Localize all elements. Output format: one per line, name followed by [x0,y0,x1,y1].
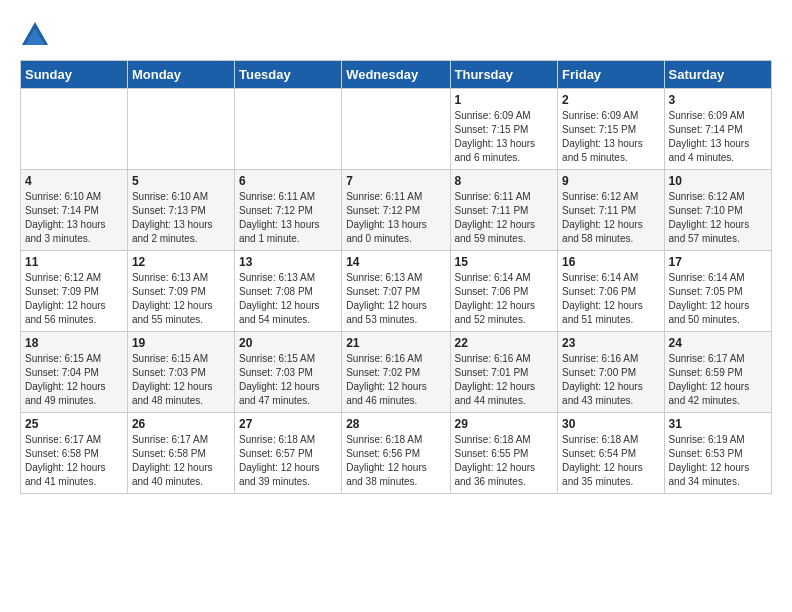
day-number: 31 [669,417,767,431]
day-number: 2 [562,93,659,107]
day-info: Sunrise: 6:16 AM Sunset: 7:02 PM Dayligh… [346,352,445,408]
day-info: Sunrise: 6:16 AM Sunset: 7:00 PM Dayligh… [562,352,659,408]
day-info: Sunrise: 6:18 AM Sunset: 6:56 PM Dayligh… [346,433,445,489]
day-number: 4 [25,174,123,188]
calendar-cell: 15Sunrise: 6:14 AM Sunset: 7:06 PM Dayli… [450,251,558,332]
day-number: 14 [346,255,445,269]
calendar-cell [21,89,128,170]
day-info: Sunrise: 6:11 AM Sunset: 7:12 PM Dayligh… [346,190,445,246]
calendar-cell: 13Sunrise: 6:13 AM Sunset: 7:08 PM Dayli… [234,251,341,332]
day-number: 10 [669,174,767,188]
day-info: Sunrise: 6:12 AM Sunset: 7:09 PM Dayligh… [25,271,123,327]
day-number: 9 [562,174,659,188]
day-number: 30 [562,417,659,431]
day-info: Sunrise: 6:17 AM Sunset: 6:58 PM Dayligh… [25,433,123,489]
day-number: 19 [132,336,230,350]
calendar-cell: 5Sunrise: 6:10 AM Sunset: 7:13 PM Daylig… [127,170,234,251]
day-of-week-header: Thursday [450,61,558,89]
day-info: Sunrise: 6:11 AM Sunset: 7:12 PM Dayligh… [239,190,337,246]
day-info: Sunrise: 6:10 AM Sunset: 7:14 PM Dayligh… [25,190,123,246]
calendar-cell [127,89,234,170]
day-info: Sunrise: 6:09 AM Sunset: 7:15 PM Dayligh… [455,109,554,165]
calendar-week-row: 25Sunrise: 6:17 AM Sunset: 6:58 PM Dayli… [21,413,772,494]
calendar-cell: 12Sunrise: 6:13 AM Sunset: 7:09 PM Dayli… [127,251,234,332]
day-number: 25 [25,417,123,431]
day-number: 12 [132,255,230,269]
day-number: 22 [455,336,554,350]
day-info: Sunrise: 6:18 AM Sunset: 6:54 PM Dayligh… [562,433,659,489]
day-info: Sunrise: 6:14 AM Sunset: 7:06 PM Dayligh… [455,271,554,327]
calendar-cell: 20Sunrise: 6:15 AM Sunset: 7:03 PM Dayli… [234,332,341,413]
calendar-header-row: SundayMondayTuesdayWednesdayThursdayFrid… [21,61,772,89]
day-of-week-header: Friday [558,61,664,89]
calendar-cell: 2Sunrise: 6:09 AM Sunset: 7:15 PM Daylig… [558,89,664,170]
day-number: 18 [25,336,123,350]
calendar-cell: 23Sunrise: 6:16 AM Sunset: 7:00 PM Dayli… [558,332,664,413]
day-info: Sunrise: 6:14 AM Sunset: 7:06 PM Dayligh… [562,271,659,327]
calendar-cell: 27Sunrise: 6:18 AM Sunset: 6:57 PM Dayli… [234,413,341,494]
day-number: 21 [346,336,445,350]
day-number: 7 [346,174,445,188]
calendar-cell: 6Sunrise: 6:11 AM Sunset: 7:12 PM Daylig… [234,170,341,251]
calendar-table: SundayMondayTuesdayWednesdayThursdayFrid… [20,60,772,494]
calendar-cell: 7Sunrise: 6:11 AM Sunset: 7:12 PM Daylig… [342,170,450,251]
day-number: 15 [455,255,554,269]
day-info: Sunrise: 6:16 AM Sunset: 7:01 PM Dayligh… [455,352,554,408]
day-info: Sunrise: 6:15 AM Sunset: 7:03 PM Dayligh… [132,352,230,408]
day-number: 13 [239,255,337,269]
calendar-cell: 25Sunrise: 6:17 AM Sunset: 6:58 PM Dayli… [21,413,128,494]
day-number: 3 [669,93,767,107]
day-number: 27 [239,417,337,431]
day-of-week-header: Monday [127,61,234,89]
calendar-cell: 30Sunrise: 6:18 AM Sunset: 6:54 PM Dayli… [558,413,664,494]
calendar-cell: 29Sunrise: 6:18 AM Sunset: 6:55 PM Dayli… [450,413,558,494]
day-number: 16 [562,255,659,269]
day-number: 5 [132,174,230,188]
day-of-week-header: Tuesday [234,61,341,89]
day-info: Sunrise: 6:15 AM Sunset: 7:04 PM Dayligh… [25,352,123,408]
day-of-week-header: Sunday [21,61,128,89]
day-number: 17 [669,255,767,269]
day-info: Sunrise: 6:17 AM Sunset: 6:58 PM Dayligh… [132,433,230,489]
calendar-cell: 21Sunrise: 6:16 AM Sunset: 7:02 PM Dayli… [342,332,450,413]
calendar-cell: 24Sunrise: 6:17 AM Sunset: 6:59 PM Dayli… [664,332,771,413]
calendar-cell: 14Sunrise: 6:13 AM Sunset: 7:07 PM Dayli… [342,251,450,332]
calendar-cell: 22Sunrise: 6:16 AM Sunset: 7:01 PM Dayli… [450,332,558,413]
page-header [20,20,772,50]
day-info: Sunrise: 6:13 AM Sunset: 7:09 PM Dayligh… [132,271,230,327]
calendar-cell: 8Sunrise: 6:11 AM Sunset: 7:11 PM Daylig… [450,170,558,251]
day-info: Sunrise: 6:18 AM Sunset: 6:57 PM Dayligh… [239,433,337,489]
day-info: Sunrise: 6:12 AM Sunset: 7:11 PM Dayligh… [562,190,659,246]
calendar-cell: 10Sunrise: 6:12 AM Sunset: 7:10 PM Dayli… [664,170,771,251]
day-info: Sunrise: 6:14 AM Sunset: 7:05 PM Dayligh… [669,271,767,327]
day-number: 26 [132,417,230,431]
calendar-week-row: 18Sunrise: 6:15 AM Sunset: 7:04 PM Dayli… [21,332,772,413]
day-info: Sunrise: 6:15 AM Sunset: 7:03 PM Dayligh… [239,352,337,408]
calendar-cell: 11Sunrise: 6:12 AM Sunset: 7:09 PM Dayli… [21,251,128,332]
logo-icon [20,20,50,50]
day-info: Sunrise: 6:10 AM Sunset: 7:13 PM Dayligh… [132,190,230,246]
calendar-cell: 28Sunrise: 6:18 AM Sunset: 6:56 PM Dayli… [342,413,450,494]
day-number: 23 [562,336,659,350]
calendar-cell: 1Sunrise: 6:09 AM Sunset: 7:15 PM Daylig… [450,89,558,170]
day-info: Sunrise: 6:09 AM Sunset: 7:14 PM Dayligh… [669,109,767,165]
day-number: 1 [455,93,554,107]
day-of-week-header: Saturday [664,61,771,89]
day-info: Sunrise: 6:19 AM Sunset: 6:53 PM Dayligh… [669,433,767,489]
day-number: 29 [455,417,554,431]
calendar-cell: 31Sunrise: 6:19 AM Sunset: 6:53 PM Dayli… [664,413,771,494]
calendar-week-row: 4Sunrise: 6:10 AM Sunset: 7:14 PM Daylig… [21,170,772,251]
day-number: 20 [239,336,337,350]
day-info: Sunrise: 6:17 AM Sunset: 6:59 PM Dayligh… [669,352,767,408]
calendar-cell: 19Sunrise: 6:15 AM Sunset: 7:03 PM Dayli… [127,332,234,413]
day-info: Sunrise: 6:13 AM Sunset: 7:08 PM Dayligh… [239,271,337,327]
day-number: 11 [25,255,123,269]
calendar-cell [342,89,450,170]
day-info: Sunrise: 6:12 AM Sunset: 7:10 PM Dayligh… [669,190,767,246]
calendar-cell: 16Sunrise: 6:14 AM Sunset: 7:06 PM Dayli… [558,251,664,332]
calendar-week-row: 1Sunrise: 6:09 AM Sunset: 7:15 PM Daylig… [21,89,772,170]
day-number: 28 [346,417,445,431]
calendar-cell [234,89,341,170]
logo [20,20,54,50]
day-of-week-header: Wednesday [342,61,450,89]
